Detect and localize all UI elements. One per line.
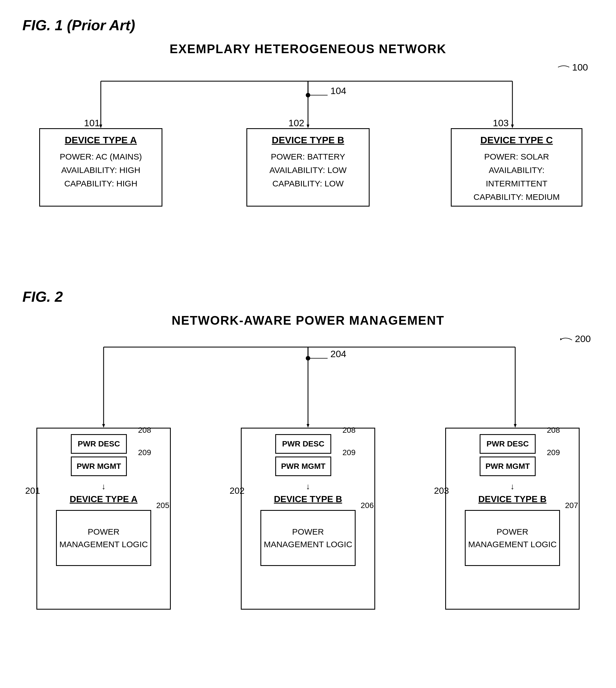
fig1-diagram: 100 104 DEVICE TYPE A POWER: AC (MAINS) … bbox=[22, 59, 594, 249]
device-c-box: DEVICE TYPE C POWER: SOLAR AVAILABILITY:… bbox=[451, 128, 582, 206]
device-node-a: PWR DESC 208 PWR MGMT 209 ↓ DEVICE TYPE … bbox=[37, 428, 171, 609]
device-node-b1: PWR DESC 208 PWR MGMT 209 ↓ DEVICE TYPE … bbox=[241, 428, 375, 609]
ref-208-c: 208 bbox=[547, 426, 560, 435]
ref-209-b: 209 bbox=[343, 448, 356, 457]
ref-208-b: 208 bbox=[343, 426, 356, 435]
fig2-diagram: 200 204 PWR DESC 208 PWR MGMT 209 ↓ DEVI… bbox=[22, 330, 594, 616]
ref-104: 104 bbox=[330, 85, 346, 96]
svg-point-0 bbox=[306, 93, 310, 97]
ref-209-c: 209 bbox=[547, 448, 560, 457]
svg-point-11 bbox=[306, 356, 310, 360]
ref-103: 103 bbox=[493, 117, 509, 129]
ref-207: 207 bbox=[565, 501, 578, 510]
ref-208-a: 208 bbox=[138, 426, 151, 435]
ref-205: 205 bbox=[156, 501, 169, 510]
logic-box-a: POWERMANAGEMENT LOGIC 205 bbox=[56, 510, 151, 566]
ref-100: 100 bbox=[555, 62, 588, 73]
fig2-label: FIG. 2 bbox=[22, 288, 594, 305]
device-a-box: DEVICE TYPE A POWER: AC (MAINS) AVAILABI… bbox=[39, 128, 162, 206]
fig2-title: NETWORK-AWARE POWER MANAGEMENT bbox=[22, 313, 594, 328]
ref-200: 200 bbox=[558, 333, 591, 344]
svg-marker-6 bbox=[307, 125, 309, 128]
logic-box-b1: POWERMANAGEMENT LOGIC 206 bbox=[260, 510, 356, 566]
logic-box-b2: POWERMANAGEMENT LOGIC 207 bbox=[465, 510, 560, 566]
ref-204: 204 bbox=[330, 349, 346, 359]
fig1-label: FIG. 1 (Prior Art) bbox=[22, 17, 594, 34]
ref-101: 101 bbox=[84, 117, 100, 129]
svg-marker-9 bbox=[511, 125, 514, 128]
ref-202: 202 bbox=[229, 486, 244, 496]
ref-102: 102 bbox=[288, 117, 304, 129]
fig1-title: EXEMPLARY HETEROGENEOUS NETWORK bbox=[22, 42, 594, 56]
device-node-b2: PWR DESC 208 PWR MGMT 209 ↓ DEVICE TYPE … bbox=[445, 428, 579, 609]
svg-marker-22 bbox=[560, 338, 562, 340]
device-b-box: DEVICE TYPE B POWER: BATTERY AVAILABILIT… bbox=[246, 128, 370, 206]
ref-203: 203 bbox=[434, 486, 449, 496]
ref-201: 201 bbox=[25, 486, 40, 496]
svg-marker-17 bbox=[307, 424, 309, 428]
svg-marker-20 bbox=[514, 424, 516, 428]
svg-marker-15 bbox=[102, 424, 105, 428]
ref-209-a: 209 bbox=[138, 448, 151, 457]
ref-206: 206 bbox=[361, 501, 374, 510]
